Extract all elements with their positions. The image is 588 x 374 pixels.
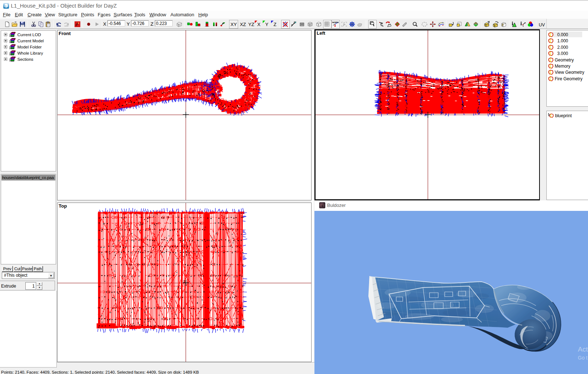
svg-text:NORM: NORM xyxy=(332,21,339,24)
